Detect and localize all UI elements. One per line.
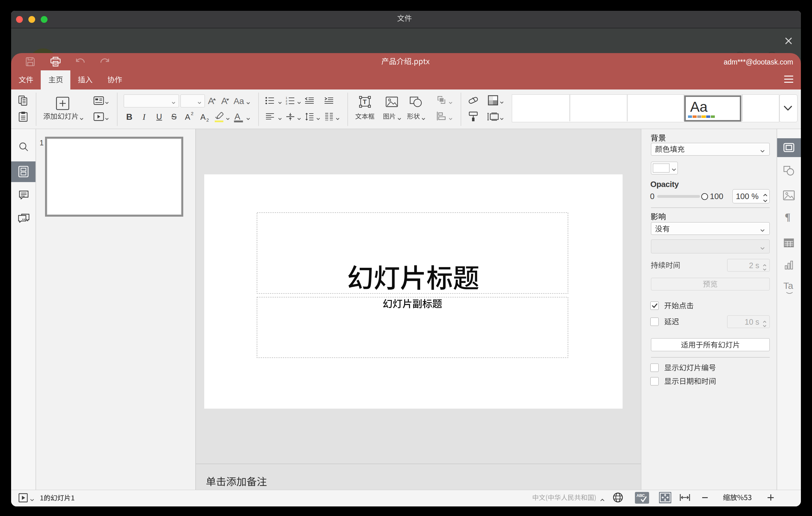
svg-text:T: T [363, 98, 367, 105]
svg-text:3: 3 [286, 102, 287, 105]
svg-text:A: A [234, 112, 240, 121]
svg-text:1: 1 [286, 96, 287, 99]
svg-text:2: 2 [286, 99, 287, 103]
svg-text:ABC: ABC [636, 493, 645, 498]
